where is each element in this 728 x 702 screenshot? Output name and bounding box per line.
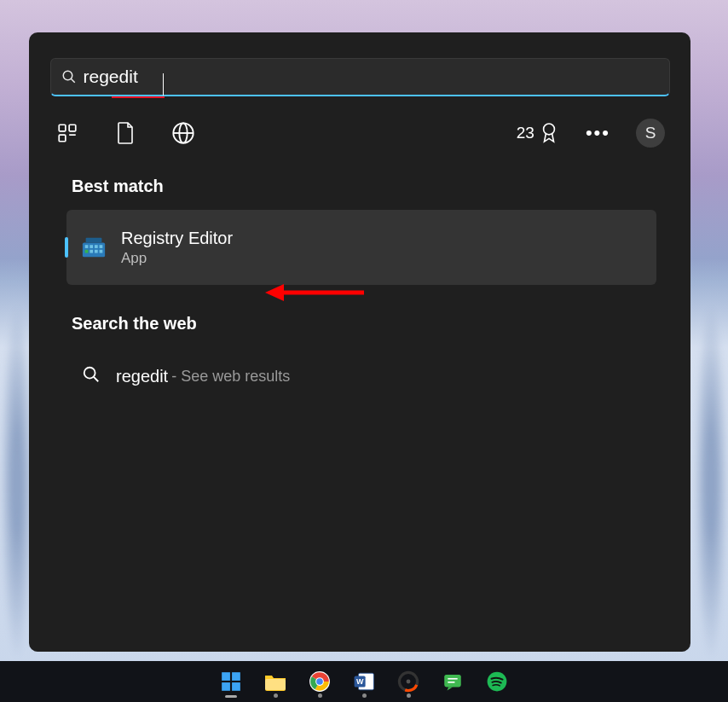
svg-rect-12 — [95, 245, 98, 248]
start-search-panel: 23 ••• S Best match — [29, 32, 690, 652]
svg-rect-14 — [85, 250, 89, 253]
search-box[interactable] — [50, 58, 670, 96]
svg-rect-13 — [100, 245, 103, 248]
app-circle-button[interactable] — [391, 664, 425, 699]
start-button[interactable] — [214, 664, 248, 699]
web-search-term: regedit — [116, 367, 168, 386]
svg-rect-2 — [59, 125, 66, 131]
svg-rect-4 — [59, 135, 66, 142]
svg-rect-17 — [100, 250, 103, 253]
svg-rect-15 — [90, 250, 93, 253]
result-subtitle: App — [121, 250, 233, 267]
web-search-suffix: - See web results — [171, 368, 290, 386]
svg-point-21 — [84, 368, 95, 379]
rewards-points: 23 — [517, 124, 534, 142]
section-search-web-label: Search the web — [72, 314, 670, 334]
svg-rect-24 — [232, 672, 240, 681]
svg-point-30 — [316, 678, 323, 685]
file-explorer-button[interactable] — [258, 664, 292, 699]
avatar-initial: S — [645, 124, 656, 142]
taskbar: W — [0, 661, 728, 702]
svg-rect-25 — [222, 682, 230, 691]
filter-documents-icon[interactable] — [113, 120, 138, 146]
svg-text:W: W — [356, 677, 364, 686]
search-icon — [82, 365, 101, 387]
svg-rect-11 — [90, 245, 93, 248]
svg-rect-23 — [222, 672, 230, 681]
user-avatar[interactable]: S — [636, 119, 665, 148]
medal-icon — [540, 122, 558, 144]
svg-line-1 — [71, 78, 75, 83]
svg-rect-26 — [232, 682, 240, 691]
registry-editor-icon — [80, 234, 107, 261]
spellcheck-underline — [112, 96, 165, 98]
best-match-result[interactable]: Registry Editor App — [66, 210, 656, 285]
chat-app-button[interactable] — [436, 664, 470, 699]
word-button[interactable]: W — [347, 664, 381, 699]
more-options-icon[interactable]: ••• — [586, 122, 610, 144]
spotify-button[interactable] — [480, 664, 514, 699]
selection-indicator — [65, 237, 68, 258]
search-icon — [61, 69, 77, 84]
svg-rect-27 — [265, 679, 286, 690]
svg-point-8 — [543, 124, 554, 135]
svg-line-22 — [94, 377, 99, 382]
filter-web-icon[interactable] — [170, 120, 196, 146]
svg-marker-20 — [265, 284, 284, 301]
rewards-badge[interactable]: 23 — [517, 122, 558, 144]
desktop-tree-decoration — [694, 303, 728, 661]
filter-apps-icon[interactable] — [55, 120, 80, 146]
svg-rect-37 — [444, 675, 461, 687]
section-best-match-label: Best match — [72, 177, 670, 196]
result-title: Registry Editor — [121, 229, 233, 248]
text-cursor — [163, 73, 164, 96]
svg-rect-18 — [86, 238, 102, 243]
search-input[interactable] — [84, 67, 659, 87]
svg-rect-16 — [95, 250, 98, 253]
svg-rect-10 — [85, 245, 89, 248]
svg-rect-3 — [69, 125, 76, 131]
chrome-button[interactable] — [303, 664, 337, 699]
web-search-result[interactable]: regedit - See web results — [66, 351, 656, 402]
svg-point-0 — [63, 71, 72, 80]
filter-row: 23 ••• S — [49, 119, 670, 148]
svg-point-36 — [407, 680, 411, 684]
